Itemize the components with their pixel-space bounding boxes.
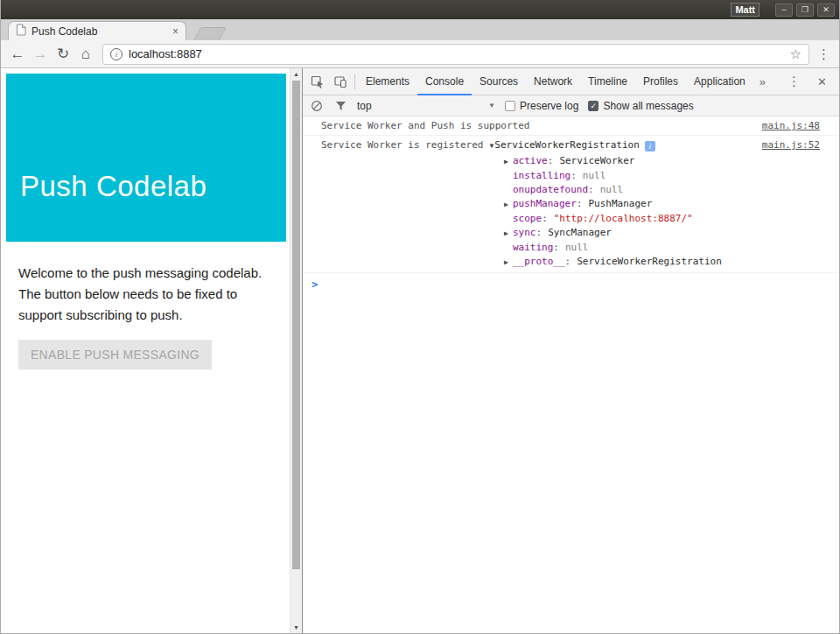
- tab-application[interactable]: Application: [686, 68, 753, 95]
- colon: :: [588, 184, 594, 195]
- colon: :: [570, 170, 577, 181]
- console-message: Service Worker and Push is supported mai…: [303, 116, 839, 136]
- tab-elements[interactable]: Elements: [358, 68, 417, 95]
- browser-tab[interactable]: Push Codelab ×: [8, 21, 186, 40]
- page-paragraph: Welcome to the push messaging codelab. T…: [18, 263, 281, 326]
- check-icon: ✓: [591, 102, 598, 110]
- session-user-label: Matt: [731, 3, 760, 17]
- checkbox-label: Show all messages: [603, 100, 693, 112]
- devtools-close-icon[interactable]: ✕: [808, 75, 836, 88]
- property-name: pushManager: [513, 198, 577, 209]
- property-name: waiting: [513, 242, 553, 253]
- os-titlebar: Matt – ❐ ✕: [1, 0, 839, 19]
- info-icon: i: [645, 141, 655, 151]
- colon: :: [577, 198, 583, 209]
- tab-console[interactable]: Console: [417, 68, 472, 95]
- colon: :: [553, 242, 559, 253]
- more-tabs-icon[interactable]: »: [753, 75, 772, 88]
- property-value: PushManager: [588, 198, 652, 209]
- tab-sources[interactable]: Sources: [472, 68, 526, 95]
- address-bar[interactable]: i localhost:8887 ☆: [102, 44, 809, 65]
- close-window-button[interactable]: ✕: [817, 4, 835, 17]
- bookmark-star-icon[interactable]: ☆: [790, 46, 802, 62]
- page-favicon-icon: [16, 24, 26, 39]
- tab-close-icon[interactable]: ×: [172, 26, 178, 37]
- checkbox-box: ✓: [588, 101, 598, 111]
- log-text: Service Worker and Push is supported: [321, 120, 529, 132]
- console-messages: Service Worker and Push is supported mai…: [303, 116, 839, 633]
- web-page: Push Codelab Welcome to the push messagi…: [1, 68, 302, 633]
- browser-menu-icon[interactable]: ⋮: [815, 46, 834, 62]
- prompt-chevron-icon: >: [312, 278, 318, 291]
- expand-arrow-icon[interactable]: ▶: [504, 227, 513, 241]
- page-scrollbar[interactable]: ▲ ▼: [290, 68, 302, 633]
- scroll-up-icon[interactable]: ▲: [290, 71, 302, 77]
- tree-row[interactable]: ▶active:ServiceWorker: [504, 154, 820, 169]
- object-class-name[interactable]: ServiceWorkerRegistration: [494, 139, 640, 151]
- devtools-tabbar: Elements Console Sources Network Timelin…: [303, 68, 839, 95]
- preserve-log-checkbox[interactable]: Preserve log: [505, 100, 578, 112]
- page-title: Push Codelab: [20, 170, 206, 203]
- tab-profiles[interactable]: Profiles: [635, 68, 686, 95]
- tree-row[interactable]: scope:"http://localhost:8887/": [504, 212, 820, 226]
- show-all-messages-checkbox[interactable]: ✓ Show all messages: [588, 100, 693, 112]
- maximize-button[interactable]: ❐: [796, 4, 814, 17]
- object-property-tree: ▶active:ServiceWorker installing:null on…: [504, 154, 820, 270]
- page-hero-banner: Push Codelab: [6, 74, 286, 242]
- property-value: ServiceWorkerRegistration: [577, 256, 722, 267]
- console-toolbar: top ▼ Preserve log ✓ Show all messages: [303, 95, 839, 116]
- expand-arrow-icon[interactable]: ▶: [504, 198, 513, 212]
- checkbox-box: [505, 101, 515, 111]
- enable-push-button[interactable]: ENABLE PUSH MESSAGING: [18, 340, 212, 370]
- toolbar-divider: [354, 74, 355, 89]
- url-text[interactable]: localhost:8887: [129, 47, 202, 60]
- tab-network[interactable]: Network: [526, 68, 580, 95]
- tree-row[interactable]: installing:null: [504, 169, 820, 183]
- tab-timeline[interactable]: Timeline: [580, 68, 635, 95]
- colon: :: [536, 227, 542, 238]
- console-message: Service Worker is registered ▼ ServiceWo…: [303, 136, 839, 273]
- property-value: SyncManager: [548, 227, 612, 238]
- source-link[interactable]: main.js:52: [762, 139, 820, 151]
- tree-row[interactable]: onupdatefound:null: [504, 183, 820, 197]
- property-value: null: [565, 242, 589, 253]
- forward-icon: →: [29, 46, 52, 63]
- property-value: ServiceWorker: [559, 155, 634, 166]
- clear-console-icon[interactable]: [310, 95, 324, 116]
- reload-icon[interactable]: ↻: [52, 45, 74, 63]
- expand-arrow-icon[interactable]: ▶: [504, 256, 513, 270]
- execution-context-selector[interactable]: top ▼: [357, 100, 495, 112]
- property-value: null: [600, 184, 624, 195]
- home-icon[interactable]: ⌂: [74, 46, 97, 63]
- scrollbar-thumb[interactable]: [292, 81, 300, 569]
- property-name: onupdatefound: [513, 184, 588, 195]
- colon: :: [542, 213, 548, 224]
- expand-collapse-icon[interactable]: ▼: [489, 140, 494, 152]
- colon: :: [548, 155, 554, 166]
- inspect-element-icon[interactable]: [306, 68, 329, 95]
- scroll-down-icon[interactable]: ▼: [290, 624, 302, 630]
- tree-row[interactable]: ▶__proto__:ServiceWorkerRegistration: [504, 255, 820, 270]
- property-name: installing: [513, 170, 570, 181]
- browser-toolbar: ← → ↻ ⌂ i localhost:8887 ☆ ⋮: [1, 40, 839, 68]
- back-icon[interactable]: ←: [6, 46, 29, 63]
- chevron-down-icon: ▼: [488, 102, 495, 109]
- devtools-menu-icon[interactable]: ⋮: [780, 74, 808, 89]
- context-label: top: [357, 100, 372, 112]
- source-link[interactable]: main.js:48: [762, 120, 820, 132]
- tree-row[interactable]: ▶pushManager:PushManager: [504, 197, 820, 212]
- tree-row[interactable]: waiting:null: [504, 241, 820, 255]
- tree-row[interactable]: ▶sync:SyncManager: [504, 226, 820, 241]
- property-name: scope: [513, 213, 542, 224]
- filter-icon[interactable]: [333, 95, 347, 116]
- property-name: sync: [513, 227, 536, 238]
- expand-arrow-icon[interactable]: ▶: [504, 155, 513, 169]
- property-name: __proto__: [513, 256, 565, 267]
- console-prompt[interactable]: >: [303, 273, 839, 291]
- page-info-icon[interactable]: i: [110, 48, 122, 60]
- log-text: Service Worker is registered: [321, 139, 483, 151]
- devtools-panel: Elements Console Sources Network Timelin…: [302, 68, 839, 633]
- minimize-button[interactable]: –: [775, 4, 793, 17]
- new-tab-button[interactable]: [193, 27, 227, 40]
- device-toolbar-icon[interactable]: [329, 68, 352, 95]
